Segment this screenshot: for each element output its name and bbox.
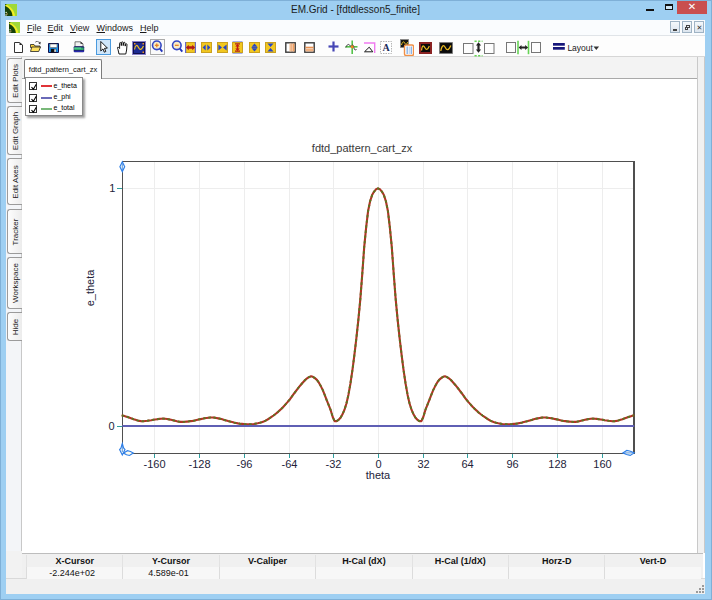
svg-text:0: 0 <box>109 420 115 432</box>
svg-text:128: 128 <box>548 458 566 470</box>
svg-text:96: 96 <box>506 458 518 470</box>
svg-text:32: 32 <box>417 458 429 470</box>
svg-text:e_theta: e_theta <box>84 269 96 307</box>
svg-text:64: 64 <box>461 458 473 470</box>
svg-text:-32: -32 <box>326 458 342 470</box>
svg-text:160: 160 <box>593 458 611 470</box>
svg-text:fdtd_pattern_cart_zx: fdtd_pattern_cart_zx <box>312 142 413 154</box>
svg-text:theta: theta <box>366 469 391 481</box>
svg-text:-96: -96 <box>237 458 253 470</box>
svg-text:-64: -64 <box>282 458 298 470</box>
svg-text:-128: -128 <box>188 458 210 470</box>
svg-text:1: 1 <box>109 182 115 194</box>
svg-text:0: 0 <box>375 458 381 470</box>
svg-text:-160: -160 <box>143 458 165 470</box>
